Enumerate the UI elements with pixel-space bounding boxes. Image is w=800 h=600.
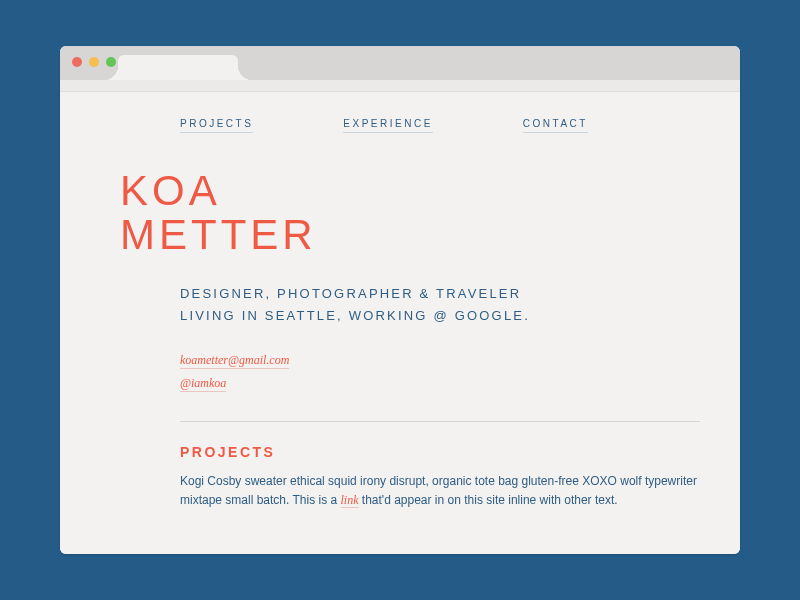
contact-links: koametter@gmail.com @iamkoa (180, 349, 700, 395)
section-body: Kogi Cosby sweater ethical squid irony d… (180, 472, 700, 509)
tagline-line-2: LIVING IN SEATTLE, WORKING @ GOOGLE. (180, 308, 530, 323)
nav-link-experience[interactable]: EXPERIENCE (343, 118, 432, 133)
section-heading-projects: PROJECTS (180, 444, 700, 460)
browser-tab[interactable] (118, 55, 238, 80)
email-link[interactable]: koametter@gmail.com (180, 353, 289, 369)
page-title: KOA METTER (120, 169, 700, 257)
tagline-line-1: DESIGNER, PHOTOGRAPHER & TRAVELER (180, 286, 521, 301)
window-titlebar (60, 46, 740, 80)
browser-window: PROJECTS EXPERIENCE CONTACT KOA METTER D… (60, 46, 740, 554)
close-icon[interactable] (72, 57, 82, 67)
inline-link[interactable]: link (341, 493, 359, 508)
minimize-icon[interactable] (89, 57, 99, 67)
top-nav: PROJECTS EXPERIENCE CONTACT (180, 118, 700, 133)
browser-toolbar (60, 80, 740, 92)
twitter-link[interactable]: @iamkoa (180, 376, 226, 392)
page-content: PROJECTS EXPERIENCE CONTACT KOA METTER D… (60, 92, 740, 554)
name-line-1: KOA (120, 167, 221, 214)
body-text-after: that'd appear in on this site inline wit… (359, 493, 618, 507)
nav-link-contact[interactable]: CONTACT (523, 118, 588, 133)
name-line-2: METTER (120, 211, 317, 258)
nav-link-projects[interactable]: PROJECTS (180, 118, 253, 133)
tagline: DESIGNER, PHOTOGRAPHER & TRAVELER LIVING… (180, 283, 700, 327)
divider (180, 421, 700, 422)
